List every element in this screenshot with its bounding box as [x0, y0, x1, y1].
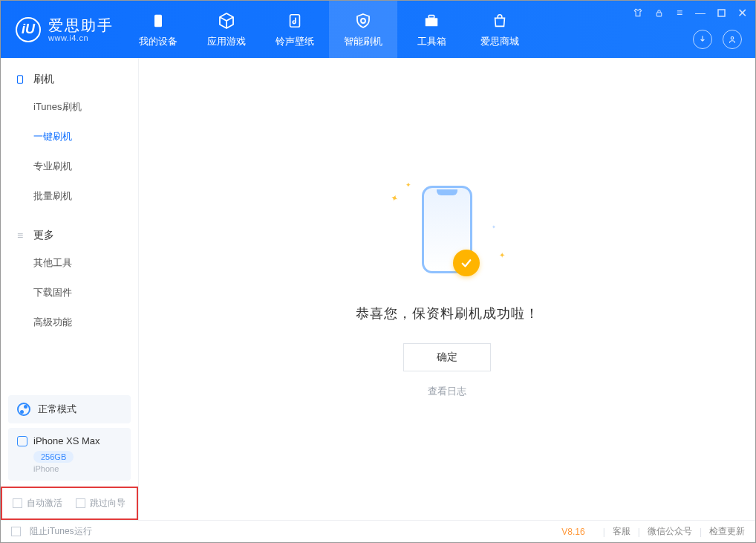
app-header: iU 爱思助手 www.i4.cn 我的设备 应用游戏 铃声壁纸 智能刷机 工具…: [1, 1, 755, 58]
maximize-button[interactable]: [715, 7, 727, 19]
svg-rect-7: [18, 76, 23, 84]
mode-icon: [17, 403, 30, 416]
sparkle-icon: ✦: [405, 181, 411, 189]
nav-smart-flash[interactable]: 智能刷机: [329, 1, 397, 58]
highlighted-options: 自动激活 跳过向导: [1, 487, 138, 520]
success-message: 恭喜您，保资料刷机成功啦！: [356, 305, 539, 322]
svg-rect-4: [656, 12, 662, 16]
close-button[interactable]: ✕: [736, 7, 748, 19]
list-icon: ≡: [14, 230, 26, 241]
device-box[interactable]: iPhone XS Max 256GB iPhone: [8, 428, 131, 481]
svg-rect-3: [428, 15, 434, 18]
sidebar-item-oneclick-flash[interactable]: 一键刷机: [1, 122, 138, 152]
app-site: www.i4.cn: [48, 33, 114, 42]
nav-label: 工具箱: [417, 35, 446, 48]
footer-link-support[interactable]: 客服: [613, 525, 630, 538]
checkbox-skip-guide[interactable]: 跳过向导: [76, 497, 126, 510]
device-name: iPhone XS Max: [33, 435, 100, 446]
version-label: V8.16: [561, 527, 584, 537]
sidebar: 刷机 iTunes刷机 一键刷机 专业刷机 批量刷机 ≡ 更多 其他工具 下载固…: [1, 58, 139, 520]
top-nav: 我的设备 应用游戏 铃声壁纸 智能刷机 工具箱 爱思商城: [124, 1, 534, 58]
mode-box[interactable]: 正常模式: [8, 395, 131, 423]
svg-rect-2: [426, 18, 438, 26]
checkbox-icon: [11, 527, 21, 536]
nav-apps-games[interactable]: 应用游戏: [192, 1, 261, 58]
logo-icon: iU: [16, 17, 41, 42]
user-icon[interactable]: [723, 30, 742, 49]
nav-label: 我的设备: [139, 35, 177, 48]
toolbox-icon: [422, 11, 441, 30]
device-type: iPhone: [33, 464, 122, 473]
nav-my-device[interactable]: 我的设备: [124, 1, 192, 58]
checkbox-block-itunes[interactable]: 阻止iTunes运行: [11, 525, 92, 538]
sidebar-section-more[interactable]: ≡ 更多: [1, 223, 138, 248]
footer: 阻止iTunes运行 V8.16 | 客服 | 微信公众号 | 检查更新: [1, 520, 755, 542]
sidebar-item-itunes-flash[interactable]: iTunes刷机: [1, 92, 138, 122]
window-controls: ≡ — ✕: [632, 7, 748, 19]
nav-label: 智能刷机: [344, 35, 382, 48]
music-file-icon: [285, 11, 304, 30]
sparkle-icon: ✦: [492, 224, 496, 230]
ok-button[interactable]: 确定: [403, 343, 491, 371]
sidebar-item-advanced[interactable]: 高级功能: [1, 308, 138, 337]
section-label: 刷机: [33, 73, 54, 86]
svg-point-6: [731, 37, 734, 40]
device-small-icon: [17, 436, 27, 446]
checkbox-label: 跳过向导: [90, 497, 126, 510]
svg-rect-5: [718, 10, 725, 16]
user-controls: [693, 30, 742, 49]
checkbox-icon: [76, 498, 85, 508]
sidebar-item-download-firmware[interactable]: 下载固件: [1, 278, 138, 308]
app-logo: iU 爱思助手 www.i4.cn: [1, 17, 124, 42]
sparkle-icon: ✦: [499, 251, 505, 259]
lock-icon[interactable]: [653, 7, 665, 19]
nav-toolbox[interactable]: 工具箱: [397, 1, 466, 58]
check-badge-icon: [453, 250, 480, 276]
refresh-shield-icon: [353, 11, 373, 30]
menu-icon[interactable]: ≡: [674, 7, 685, 19]
view-log-link[interactable]: 查看日志: [428, 385, 466, 398]
nav-label: 应用游戏: [207, 35, 246, 48]
nav-label: 爱思商城: [480, 35, 519, 48]
download-icon[interactable]: [693, 30, 712, 49]
shirt-icon[interactable]: [632, 7, 644, 19]
nav-label: 铃声壁纸: [276, 35, 314, 48]
storage-badge: 256GB: [33, 451, 74, 463]
success-illustration: ✦ ✦ ✦ ✦: [388, 180, 506, 284]
nav-ringtone-wallpaper[interactable]: 铃声壁纸: [261, 1, 329, 58]
cube-icon: [217, 11, 236, 30]
phone-icon: [14, 74, 26, 85]
footer-link-wechat[interactable]: 微信公众号: [648, 525, 692, 538]
sparkle-icon: ✦: [389, 192, 400, 205]
app-title: 爱思助手: [48, 17, 114, 33]
footer-link-update[interactable]: 检查更新: [709, 525, 745, 538]
mode-label: 正常模式: [38, 403, 76, 416]
nav-store[interactable]: 爱思商城: [466, 1, 534, 58]
main-content: ✦ ✦ ✦ ✦ 恭喜您，保资料刷机成功啦！ 确定 查看日志: [139, 58, 755, 520]
sidebar-item-pro-flash[interactable]: 专业刷机: [1, 152, 138, 181]
sidebar-item-other-tools[interactable]: 其他工具: [1, 248, 138, 278]
minimize-button[interactable]: —: [694, 7, 706, 19]
svg-rect-1: [290, 14, 300, 27]
checkbox-icon: [13, 498, 22, 508]
bag-icon: [490, 11, 509, 30]
device-icon: [149, 11, 168, 30]
checkbox-label: 自动激活: [27, 497, 62, 510]
svg-rect-0: [154, 14, 162, 27]
section-label: 更多: [33, 229, 54, 242]
sidebar-item-batch-flash[interactable]: 批量刷机: [1, 181, 138, 211]
sidebar-section-flash[interactable]: 刷机: [1, 67, 138, 92]
checkbox-auto-activate[interactable]: 自动激活: [13, 497, 62, 510]
checkbox-label: 阻止iTunes运行: [30, 525, 92, 538]
